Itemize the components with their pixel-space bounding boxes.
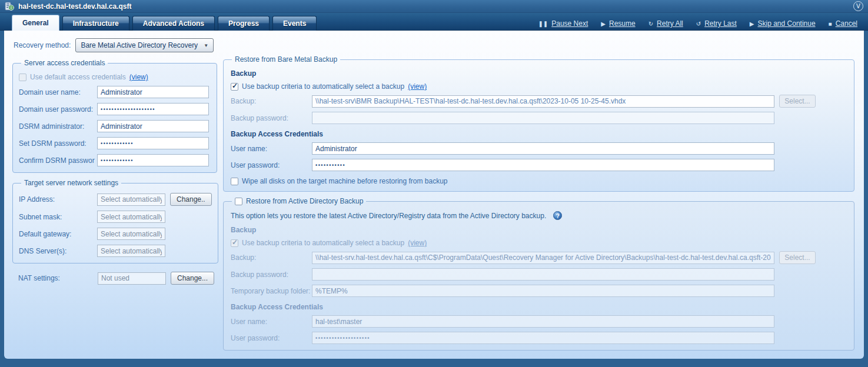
bmr-backup-password-row: Backup password:: [231, 112, 816, 124]
ad-temp-folder-row: Temporary backup folder:: [231, 285, 816, 297]
nat-settings-row: NAT settings: Change...: [12, 272, 217, 285]
bmr-backup-heading: Backup: [231, 69, 848, 78]
bmr-user-name-row: User name:: [231, 142, 816, 155]
view-default-credentials-link[interactable]: (view): [129, 73, 148, 81]
wipe-disks-row: Wipe all disks on the target machine bef…: [231, 177, 848, 185]
left-column: Server access credentials Use default ac…: [12, 59, 217, 285]
title-bar: hal-test-dc.hal-test.dev.hal.ca.qsft ᐯ: [0, 0, 868, 13]
ad-user-name-label: User name:: [231, 318, 312, 326]
tabs: General Infrastructure Advanced Actions …: [12, 15, 317, 31]
subnet-mask-input[interactable]: [97, 211, 165, 223]
default-gateway-input[interactable]: [97, 228, 165, 240]
domain-user-password-input[interactable]: [97, 103, 209, 115]
bmr-user-name-input[interactable]: [312, 142, 774, 155]
ad-description-text: This option lets you restore the latest …: [231, 212, 546, 220]
subnet-mask-row: Subnet mask:: [19, 211, 212, 223]
use-default-credentials-row: Use default access credentials (view): [19, 73, 211, 81]
restore-ad-backup-checkbox[interactable]: [235, 198, 242, 205]
ad-select-backup-button[interactable]: Select...: [779, 251, 816, 264]
ad-temp-folder-label: Temporary backup folder:: [231, 287, 312, 295]
bmr-user-password-label: User password:: [231, 161, 312, 169]
target-network-settings-title: Target server network settings: [21, 179, 121, 187]
bmr-credentials-heading: Backup Access Credentials: [231, 130, 848, 138]
dsrm-administrator-label: DSRM administrator:: [19, 122, 97, 131]
ad-user-password-label: User password:: [231, 334, 312, 342]
bmr-view-criteria-link[interactable]: (view): [408, 82, 427, 91]
collapse-chevron-icon[interactable]: ᐯ: [853, 1, 863, 11]
ad-user-password-input[interactable]: [312, 332, 774, 344]
dsrm-administrator-row: DSRM administrator:: [19, 120, 211, 132]
change-nat-button[interactable]: Change...: [171, 272, 214, 285]
recovery-method-value: Bare Metal Active Directory Recovery: [81, 41, 198, 49]
skip-and-continue-button[interactable]: ▶ Skip and Continue: [750, 19, 816, 28]
help-icon[interactable]: ?: [553, 211, 562, 220]
tab-events[interactable]: Events: [272, 16, 317, 31]
nat-settings-label: NAT settings:: [18, 274, 98, 282]
restore-bare-metal-group: Restore from Bare Metal Backup Backup Us…: [223, 55, 854, 192]
bmr-user-password-input[interactable]: [312, 159, 774, 171]
retry-all-button[interactable]: ↻ Retry All: [648, 19, 683, 28]
pause-icon: ❚❚: [538, 21, 548, 27]
ad-view-criteria-link[interactable]: (view): [408, 239, 427, 247]
dns-servers-label: DNS Server(s):: [19, 247, 97, 255]
bmr-backup-criteria-checkbox[interactable]: [231, 83, 238, 91]
tab-progress[interactable]: Progress: [218, 16, 270, 31]
play-icon: ▶: [750, 21, 754, 27]
tab-infrastructure[interactable]: Infrastructure: [62, 16, 129, 31]
domain-user-name-row: Domain user name:: [19, 86, 211, 98]
ad-credentials-heading: Backup Access Credentials: [231, 303, 848, 311]
dns-servers-row: DNS Server(s):: [19, 245, 212, 257]
use-default-credentials-checkbox[interactable]: [19, 74, 26, 81]
play-icon: ▶: [601, 21, 606, 27]
general-tab-content: Recovery method: Bare Metal Active Direc…: [4, 31, 864, 359]
ad-backup-path-input[interactable]: [312, 252, 774, 264]
domain-user-password-label: Domain user password:: [19, 105, 97, 114]
ad-user-name-input[interactable]: [312, 315, 774, 328]
target-network-settings-group: Target server network settings IP Addres…: [12, 179, 218, 263]
use-default-credentials-label: Use default access credentials: [30, 73, 126, 81]
resume-button[interactable]: ▶ Resume: [601, 19, 635, 28]
restore-ad-backup-group: Restore from Active Directory Backup Thi…: [223, 197, 854, 351]
server-access-credentials-title: Server access credentials: [21, 59, 108, 67]
domain-user-name-input[interactable]: [97, 86, 209, 98]
bmr-user-password-row: User password:: [231, 159, 816, 171]
restore-ad-backup-legend: Restore from Active Directory Backup: [232, 197, 366, 205]
bmr-backup-path-input[interactable]: [312, 95, 774, 108]
wipe-disks-checkbox[interactable]: [231, 178, 238, 185]
subnet-mask-label: Subnet mask:: [19, 213, 97, 221]
nat-settings-input[interactable]: [98, 272, 166, 285]
ad-temp-folder-input[interactable]: [312, 285, 774, 297]
retry-last-button[interactable]: ↺ Retry Last: [696, 19, 737, 28]
bmr-user-name-label: User name:: [231, 145, 312, 153]
ip-address-input[interactable]: [97, 193, 165, 206]
tab-general[interactable]: General: [12, 15, 59, 31]
pause-next-button[interactable]: ❚❚ Pause Next: [538, 19, 588, 28]
dns-servers-input[interactable]: [97, 245, 165, 257]
domain-controller-icon: [5, 2, 14, 11]
change-ip-button[interactable]: Change..: [170, 193, 212, 206]
cancel-button[interactable]: ■ Cancel: [829, 19, 857, 28]
recovery-method-select[interactable]: Bare Metal Active Directory Recovery ▼: [75, 38, 214, 52]
ad-backup-criteria-checkbox[interactable]: [231, 239, 238, 247]
dsrm-administrator-input[interactable]: [97, 120, 209, 132]
action-toolbar: ❚❚ Pause Next ▶ Resume ↻ Retry All ↺ Ret…: [538, 19, 868, 31]
retry-all-icon: ↻: [648, 21, 653, 27]
server-access-credentials-group: Server access credentials Use default ac…: [12, 59, 217, 173]
bmr-backup-password-input[interactable]: [312, 112, 774, 124]
window-title: hal-test-dc.hal-test.dev.hal.ca.qsft: [18, 2, 132, 11]
tab-advanced-actions[interactable]: Advanced Actions: [132, 16, 215, 31]
confirm-dsrm-password-row: Confirm DSRM passwor: [19, 154, 211, 166]
ad-user-password-row: User password:: [231, 332, 816, 344]
bmr-backup-label: Backup:: [231, 97, 312, 105]
bmr-criteria-row: Use backup criteria to automatically sel…: [231, 82, 848, 91]
ad-backup-criteria-label: Use backup criteria to automatically sel…: [242, 239, 404, 247]
ad-backup-label: Backup:: [231, 253, 312, 262]
ad-backup-password-row: Backup password:: [231, 268, 816, 281]
ad-backup-row: Backup: Select...: [231, 251, 816, 264]
bmr-select-backup-button[interactable]: Select...: [779, 95, 816, 108]
ad-criteria-row: Use backup criteria to automatically sel…: [231, 239, 848, 247]
ad-backup-password-input[interactable]: [312, 268, 774, 281]
confirm-dsrm-password-input[interactable]: [97, 154, 209, 166]
set-dsrm-password-input[interactable]: [97, 137, 209, 149]
recovery-method-label: Recovery method:: [14, 41, 71, 49]
